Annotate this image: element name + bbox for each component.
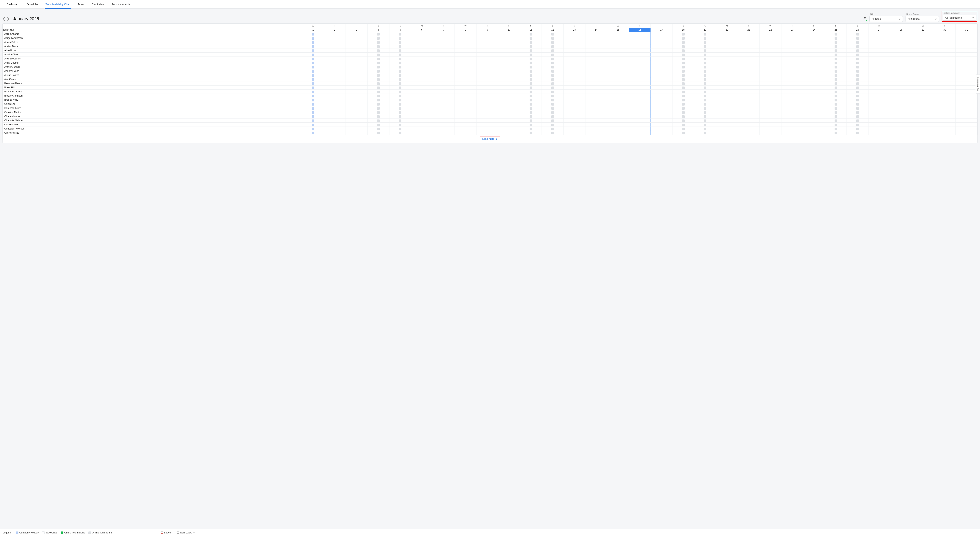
availability-cell[interactable] [781,48,803,53]
availability-cell[interactable] [520,123,542,127]
technician-name[interactable]: Aaron Adams [3,32,302,36]
availability-cell[interactable] [368,114,389,118]
availability-cell[interactable] [629,123,651,127]
availability-cell[interactable] [781,73,803,77]
availability-cell[interactable] [368,110,389,114]
availability-cell[interactable] [520,86,542,90]
availability-cell[interactable] [346,123,368,127]
availability-cell[interactable] [389,131,411,135]
availability-cell[interactable] [912,127,934,131]
availability-cell[interactable] [673,123,694,127]
availability-cell[interactable] [368,123,389,127]
availability-cell[interactable] [738,90,759,94]
availability-cell[interactable] [585,131,607,135]
availability-cell[interactable] [585,32,607,36]
availability-cell[interactable] [433,48,455,53]
technician-name[interactable]: Caroline Martin [3,110,302,114]
availability-cell[interactable] [912,131,934,135]
availability-cell[interactable] [346,53,368,57]
availability-cell[interactable] [498,61,520,65]
availability-cell[interactable] [847,98,869,102]
availability-cell[interactable] [433,94,455,98]
availability-cell[interactable] [673,65,694,69]
date-header[interactable]: 1 [302,28,324,32]
availability-cell[interactable] [346,106,368,110]
date-header[interactable]: 28 [890,28,912,32]
availability-cell[interactable] [629,44,651,48]
availability-cell[interactable] [563,69,585,73]
availability-cell[interactable] [324,32,346,36]
availability-cell[interactable] [629,102,651,106]
availability-cell[interactable] [825,73,847,77]
availability-cell[interactable] [302,53,324,57]
availability-cell[interactable] [607,65,629,69]
availability-cell[interactable] [368,65,389,69]
availability-cell[interactable] [302,110,324,114]
availability-cell[interactable] [389,106,411,110]
availability-cell[interactable] [934,98,956,102]
availability-cell[interactable] [759,98,781,102]
availability-cell[interactable] [542,94,563,98]
availability-cell[interactable] [869,86,890,90]
availability-cell[interactable] [433,61,455,65]
availability-cell[interactable] [563,127,585,131]
availability-cell[interactable] [934,90,956,94]
availability-cell[interactable] [803,69,825,73]
availability-cell[interactable] [585,61,607,65]
availability-cell[interactable] [694,114,716,118]
availability-cell[interactable] [302,81,324,86]
availability-cell[interactable] [455,65,476,69]
availability-cell[interactable] [869,114,890,118]
availability-cell[interactable] [368,32,389,36]
availability-cell[interactable] [476,40,498,44]
availability-cell[interactable] [302,36,324,40]
availability-cell[interactable] [651,57,673,61]
availability-cell[interactable] [912,53,934,57]
availability-cell[interactable] [411,61,433,65]
availability-cell[interactable] [476,53,498,57]
availability-cell[interactable] [912,110,934,114]
availability-cell[interactable] [934,127,956,131]
availability-cell[interactable] [847,32,869,36]
availability-cell[interactable] [651,53,673,57]
availability-cell[interactable] [563,44,585,48]
availability-cell[interactable] [781,118,803,123]
availability-cell[interactable] [956,44,977,48]
availability-cell[interactable] [476,114,498,118]
availability-cell[interactable] [738,73,759,77]
availability-cell[interactable] [847,44,869,48]
availability-cell[interactable] [673,131,694,135]
availability-cell[interactable] [847,69,869,73]
date-header[interactable]: 31 [956,28,977,32]
availability-cell[interactable] [738,110,759,114]
availability-cell[interactable] [476,90,498,94]
availability-cell[interactable] [890,77,912,81]
availability-cell[interactable] [629,69,651,73]
availability-cell[interactable] [520,44,542,48]
availability-cell[interactable] [520,106,542,110]
availability-cell[interactable] [520,127,542,131]
availability-cell[interactable] [411,57,433,61]
availability-cell[interactable] [738,61,759,65]
availability-cell[interactable] [651,36,673,40]
availability-cell[interactable] [759,53,781,57]
date-header[interactable]: 22 [759,28,781,32]
availability-cell[interactable] [563,110,585,114]
technician-name[interactable]: Charles Moore [3,114,302,118]
availability-cell[interactable] [411,127,433,131]
availability-cell[interactable] [629,73,651,77]
availability-cell[interactable] [411,106,433,110]
availability-cell[interactable] [346,57,368,61]
availability-cell[interactable] [346,110,368,114]
availability-cell[interactable] [759,123,781,127]
date-header[interactable]: 17 [651,28,673,32]
date-header[interactable]: 24 [803,28,825,32]
availability-cell[interactable] [433,77,455,81]
availability-cell[interactable] [607,131,629,135]
availability-cell[interactable] [673,32,694,36]
availability-cell[interactable] [934,102,956,106]
availability-cell[interactable] [411,110,433,114]
availability-cell[interactable] [738,94,759,98]
technician-name[interactable]: Ashley Evans [3,69,302,73]
availability-cell[interactable] [368,57,389,61]
